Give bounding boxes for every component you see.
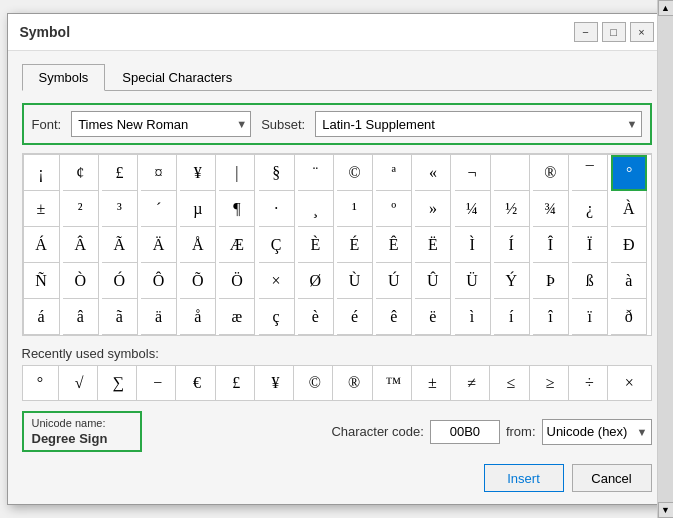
symbol-cell[interactable]: ð <box>611 299 647 335</box>
symbol-cell[interactable]: ï <box>572 299 608 335</box>
symbol-cell[interactable]: Ý <box>494 263 530 299</box>
recently-used-cell[interactable]: ° <box>23 366 59 400</box>
symbol-cell[interactable]: ì <box>455 299 491 335</box>
symbol-cell[interactable]: ° <box>611 155 647 191</box>
symbol-cell[interactable]: ¿ <box>572 191 608 227</box>
recently-used-cell[interactable]: √ <box>62 366 98 400</box>
symbol-cell[interactable]: » <box>415 191 451 227</box>
symbol-cell[interactable]: º <box>376 191 412 227</box>
symbol-cell[interactable]: ª <box>376 155 412 191</box>
symbol-cell[interactable]: ë <box>415 299 451 335</box>
symbol-cell[interactable]: æ <box>219 299 255 335</box>
symbol-cell[interactable]: È <box>298 227 334 263</box>
symbol-cell[interactable]: Ä <box>141 227 177 263</box>
symbol-cell[interactable]: Ô <box>141 263 177 299</box>
symbol-cell[interactable]: Ã <box>102 227 138 263</box>
symbol-cell[interactable]: Ù <box>337 263 373 299</box>
symbol-cell[interactable]: å <box>180 299 216 335</box>
subset-select[interactable]: Latin-1 Supplement <box>315 111 641 137</box>
symbol-cell[interactable]: · <box>259 191 295 227</box>
symbol-cell[interactable]: ´ <box>141 191 177 227</box>
tab-symbols[interactable]: Symbols <box>22 64 106 91</box>
symbol-cell[interactable]: Î <box>533 227 569 263</box>
symbol-cell[interactable]: ¯ <box>572 155 608 191</box>
symbol-cell[interactable]: ¸ <box>298 191 334 227</box>
recently-used-cell[interactable]: − <box>140 366 176 400</box>
symbol-cell[interactable]: í <box>494 299 530 335</box>
minimize-button[interactable]: − <box>574 22 598 42</box>
symbol-cell[interactable]: î <box>533 299 569 335</box>
symbol-cell[interactable]: É <box>337 227 373 263</box>
symbol-cell[interactable]: à <box>611 263 647 299</box>
tab-special-characters[interactable]: Special Characters <box>105 64 249 91</box>
symbol-cell[interactable]: Ñ <box>24 263 60 299</box>
recently-used-cell[interactable]: £ <box>219 366 255 400</box>
symbol-cell[interactable]: ¼ <box>455 191 491 227</box>
symbol-cell[interactable]: Û <box>415 263 451 299</box>
symbol-cell[interactable]: À <box>611 191 647 227</box>
recently-used-cell[interactable]: ≠ <box>454 366 490 400</box>
symbol-cell[interactable]: ¶ <box>219 191 255 227</box>
symbol-cell[interactable]: ¡ <box>24 155 60 191</box>
symbol-grid-scrollbar[interactable]: ▲ ▼ <box>657 0 673 518</box>
symbol-cell[interactable]: ¾ <box>533 191 569 227</box>
symbol-cell[interactable]: Í <box>494 227 530 263</box>
symbol-cell[interactable]: ¢ <box>63 155 99 191</box>
symbol-cell[interactable]: ß <box>572 263 608 299</box>
recently-used-cell[interactable]: ® <box>337 366 373 400</box>
symbol-cell[interactable]: ê <box>376 299 412 335</box>
symbol-cell[interactable]: Ú <box>376 263 412 299</box>
symbol-cell[interactable]: Ï <box>572 227 608 263</box>
symbol-cell[interactable]: ² <box>63 191 99 227</box>
symbol-cell[interactable]: Ó <box>102 263 138 299</box>
recently-used-cell[interactable]: × <box>611 366 647 400</box>
recently-used-cell[interactable]: ∑ <box>101 366 137 400</box>
symbol-cell[interactable]: Õ <box>180 263 216 299</box>
symbol-cell[interactable]: ç <box>259 299 295 335</box>
font-select[interactable]: Times New Roman <box>71 111 251 137</box>
symbol-cell[interactable]: á <box>24 299 60 335</box>
symbol-cell[interactable]: ³ <box>102 191 138 227</box>
symbol-cell[interactable]: ¤ <box>141 155 177 191</box>
symbol-cell[interactable]: ä <box>141 299 177 335</box>
symbol-cell[interactable]: Å <box>180 227 216 263</box>
symbol-cell[interactable]: ¥ <box>180 155 216 191</box>
symbol-cell[interactable]: ¨ <box>298 155 334 191</box>
symbol-cell[interactable]: Ü <box>455 263 491 299</box>
symbol-cell[interactable]: ã <box>102 299 138 335</box>
symbol-cell[interactable]: ½ <box>494 191 530 227</box>
symbol-cell[interactable]: Ð <box>611 227 647 263</box>
symbol-cell[interactable]: ± <box>24 191 60 227</box>
symbol-cell[interactable]: Ö <box>219 263 255 299</box>
maximize-button[interactable]: □ <box>602 22 626 42</box>
symbol-cell[interactable]: | <box>219 155 255 191</box>
recently-used-cell[interactable]: ÷ <box>572 366 608 400</box>
symbol-cell[interactable]: Ò <box>63 263 99 299</box>
recently-used-cell[interactable]: ¥ <box>258 366 294 400</box>
symbol-cell[interactable]: Á <box>24 227 60 263</box>
cancel-button[interactable]: Cancel <box>572 464 652 492</box>
close-button[interactable]: × <box>630 22 654 42</box>
insert-button[interactable]: Insert <box>484 464 564 492</box>
symbol-cell[interactable]: Ì <box>455 227 491 263</box>
symbol-cell[interactable]: § <box>259 155 295 191</box>
symbol-cell[interactable]: Ç <box>259 227 295 263</box>
symbol-cell[interactable]: Þ <box>533 263 569 299</box>
symbol-cell[interactable]: « <box>415 155 451 191</box>
recently-used-cell[interactable]: ™ <box>376 366 412 400</box>
recently-used-cell[interactable]: ± <box>415 366 451 400</box>
symbol-cell[interactable]: Ø <box>298 263 334 299</box>
scroll-up-button[interactable]: ▲ <box>658 0 674 16</box>
from-select[interactable]: Unicode (hex) <box>542 419 652 445</box>
recently-used-cell[interactable]: ≥ <box>533 366 569 400</box>
recently-used-cell[interactable]: © <box>297 366 333 400</box>
symbol-cell[interactable]: è <box>298 299 334 335</box>
charcode-input[interactable] <box>430 420 500 444</box>
symbol-cell[interactable]: ­ <box>494 155 530 191</box>
symbol-cell[interactable]: £ <box>102 155 138 191</box>
symbol-cell[interactable]: Â <box>63 227 99 263</box>
scroll-down-button[interactable]: ▼ <box>658 502 674 518</box>
symbol-cell[interactable]: © <box>337 155 373 191</box>
symbol-cell[interactable]: é <box>337 299 373 335</box>
symbol-cell[interactable]: Æ <box>219 227 255 263</box>
